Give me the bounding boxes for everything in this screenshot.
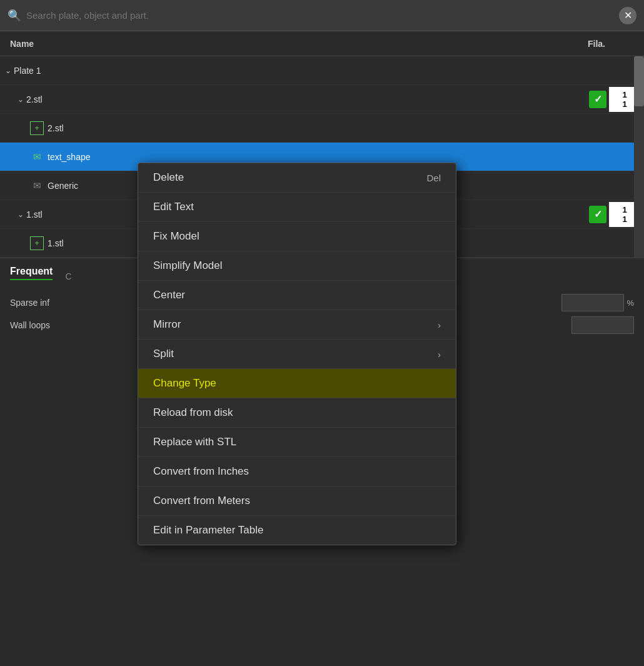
envelope-icon: ✉ [30, 150, 44, 164]
ctx-edit-in-parameter-table[interactable]: Edit in Parameter Table [138, 516, 456, 545]
ctx-edit-in-parameter-table-label: Edit in Parameter Table [153, 524, 263, 537]
ctx-convert-from-inches-label: Convert from Inches [153, 465, 249, 478]
ctx-fix-model-label: Fix Model [153, 230, 199, 243]
ctx-mirror[interactable]: Mirror › [138, 310, 456, 340]
ctx-reload-from-disk[interactable]: Reload from disk [138, 398, 456, 428]
envelope-icon: ✉ [30, 179, 44, 193]
ctx-delete-label: Delete [153, 171, 184, 184]
ctx-delete[interactable]: Delete Del [138, 163, 456, 193]
ctx-reload-from-disk-label: Reload from disk [153, 406, 233, 419]
ctx-delete-shortcut: Del [426, 173, 441, 183]
scrollbar-track[interactable] [634, 56, 644, 258]
tree-row-plate1[interactable]: ⌄ Plate 1 [0, 56, 644, 85]
ctx-fix-model[interactable]: Fix Model [138, 222, 456, 251]
chevron-icon: ⌄ [18, 95, 24, 104]
ctx-convert-from-meters-label: Convert from Meters [153, 495, 250, 507]
ctx-convert-from-inches[interactable]: Convert from Inches [138, 457, 456, 487]
name-column-header: Name [0, 39, 559, 49]
sparse-inf-input[interactable] [561, 294, 624, 311]
close-button[interactable]: ✕ [619, 7, 636, 24]
tree-row-2stl-child[interactable]: + 2.stl [0, 114, 644, 143]
row-label: 2.stl [26, 94, 43, 104]
ctx-split-label: Split [153, 348, 174, 360]
ctx-center[interactable]: Center [138, 281, 456, 310]
ctx-simplify-model[interactable]: Simplify Model [138, 251, 456, 281]
percent-label: % [626, 298, 634, 308]
plus-box-icon: + [30, 236, 44, 250]
ctx-convert-from-meters[interactable]: Convert from Meters [138, 487, 456, 516]
fila-column-header: Fila. [559, 39, 634, 49]
ctx-split-arrow: › [438, 349, 441, 360]
row-label: 1.stl [26, 209, 43, 219]
frequent-title: Frequent [10, 266, 53, 280]
ctx-edit-text-label: Edit Text [153, 201, 194, 213]
table-header: Name Fila. [0, 31, 644, 56]
ctx-replace-with-stl-label: Replace with STL [153, 436, 236, 448]
context-menu: Delete Del Edit Text Fix Model Simplify … [138, 163, 456, 545]
scrollbar-thumb[interactable] [634, 56, 644, 106]
tree-row-2stl-parent[interactable]: ⌄ 2.stl 11 [0, 85, 644, 114]
frequent-tab2: C [65, 271, 71, 281]
wall-loops-input[interactable] [571, 316, 634, 334]
ctx-replace-with-stl[interactable]: Replace with STL [138, 428, 456, 457]
ctx-mirror-arrow: › [438, 320, 441, 330]
row-label: Plate 1 [14, 66, 41, 76]
chevron-icon: ⌄ [18, 210, 24, 219]
search-bar: 🔍 ✕ [0, 0, 644, 31]
row-label: 2.stl [48, 123, 64, 133]
chevron-icon: ⌄ [5, 66, 11, 75]
search-input[interactable] [26, 10, 636, 21]
ctx-edit-text[interactable]: Edit Text [138, 193, 456, 222]
ctx-change-type-label: Change Type [153, 377, 216, 390]
row-label: Generic [48, 181, 78, 191]
checkbox-green[interactable] [589, 91, 606, 108]
search-icon: 🔍 [8, 9, 21, 23]
ctx-mirror-label: Mirror [153, 318, 181, 331]
row-label: 1.stl [48, 238, 64, 248]
checkbox-green[interactable] [589, 206, 606, 223]
ctx-simplify-model-label: Simplify Model [153, 260, 223, 272]
ctx-change-type[interactable]: Change Type [138, 369, 456, 398]
row-label: text_shape [48, 152, 91, 162]
plus-box-icon: + [30, 121, 44, 135]
ctx-split[interactable]: Split › [138, 340, 456, 369]
ctx-center-label: Center [153, 289, 185, 301]
